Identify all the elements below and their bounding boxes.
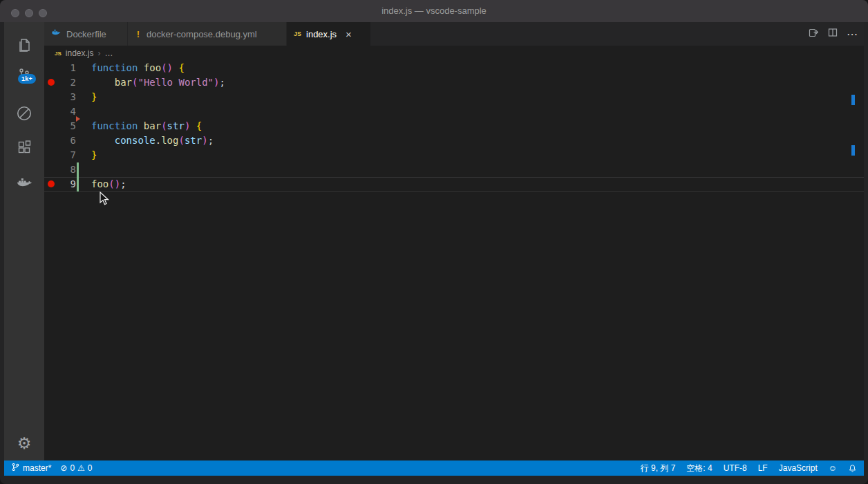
title-bar: index.js — vscode-sample <box>0 0 868 22</box>
code-line[interactable]: 1function foo() { <box>44 61 864 75</box>
code-token: ( <box>178 135 184 146</box>
breakpoint-gutter[interactable] <box>44 90 59 104</box>
warning-count: 0 <box>88 463 93 473</box>
overview-ruler-mark <box>851 95 855 105</box>
code-token <box>91 77 115 88</box>
activity-item-docker[interactable] <box>4 169 44 196</box>
code-token: console <box>115 135 155 146</box>
code-line[interactable]: 7} <box>44 148 864 162</box>
tab-docker-compose-debug-yml[interactable]: ! docker-compose.debug.yml <box>128 22 287 46</box>
code-text: function foo() { <box>91 61 185 75</box>
code-token: function <box>91 62 144 73</box>
code-line[interactable]: 2 bar("Hello World"); <box>44 75 864 90</box>
breakpoint-gutter[interactable] <box>44 104 59 119</box>
activity-bar: 1k+ <box>4 22 44 460</box>
indentation-indicator[interactable]: 空格: 4 <box>686 463 712 474</box>
line-number: 2 <box>59 75 76 90</box>
code-token: { <box>178 62 184 73</box>
line-number: 4 <box>59 104 76 119</box>
git-added-marker <box>77 162 79 177</box>
tab-index-js[interactable]: JS index.js × <box>287 22 371 46</box>
more-actions-button[interactable]: ⋯ <box>847 28 858 41</box>
warning-icon: ⚠ <box>77 464 85 472</box>
git-deleted-marker <box>76 116 80 122</box>
problems-indicator[interactable]: ⊘ 0 ⚠ 0 <box>60 463 92 473</box>
docker-whale-icon <box>15 174 33 191</box>
breakpoint-gutter[interactable] <box>44 162 59 177</box>
overview-ruler-mark <box>851 145 855 156</box>
feedback-smiley-icon[interactable]: ☺ <box>829 464 837 472</box>
language-indicator[interactable]: JavaScript <box>779 463 818 473</box>
git-gutter <box>76 90 91 104</box>
code-text: } <box>91 90 97 104</box>
activity-item-circle-slash[interactable] <box>4 100 44 127</box>
close-tab-icon[interactable]: × <box>346 29 352 39</box>
editor-content: 1function foo() {2 bar("Hello World");3}… <box>44 61 864 192</box>
split-editor-button[interactable] <box>827 27 838 41</box>
branch-indicator[interactable]: master* <box>11 463 51 474</box>
tab-dockerfile[interactable]: Dockerfile <box>44 22 128 46</box>
breakpoint-gutter[interactable] <box>44 148 59 162</box>
code-token: str <box>185 135 202 146</box>
code-line[interactable]: 4 <box>44 104 864 119</box>
breakpoint-dot[interactable] <box>48 180 55 187</box>
breakpoint-gutter[interactable] <box>44 133 59 148</box>
settings-gear-icon: ⚙ <box>17 434 32 453</box>
exclamation-icon: ! <box>135 29 142 39</box>
code-line[interactable]: 6 console.log(str); <box>44 133 864 148</box>
code-token: . <box>155 135 161 146</box>
git-gutter <box>76 75 91 90</box>
breakpoint-gutter[interactable] <box>44 61 59 75</box>
code-token: } <box>91 91 97 102</box>
line-number: 6 <box>59 133 76 148</box>
cursor-position[interactable]: 行 9, 列 7 <box>641 463 676 474</box>
git-gutter <box>76 119 91 133</box>
code-line[interactable]: 5function bar(str) { <box>44 119 864 133</box>
code-text: console.log(str); <box>91 133 214 148</box>
line-number: 3 <box>59 90 76 104</box>
breadcrumb-file[interactable]: index.js <box>66 48 94 58</box>
git-added-marker <box>77 177 79 192</box>
source-control-badge: 1k+ <box>18 74 36 84</box>
tab-label: docker-compose.debug.yml <box>147 29 257 39</box>
encoding-indicator[interactable]: UTF-8 <box>724 463 747 473</box>
code-token <box>190 120 196 131</box>
code-token: str <box>167 120 185 131</box>
activity-item-extensions[interactable] <box>4 133 44 161</box>
notifications-bell-icon[interactable] <box>848 464 857 473</box>
extensions-icon <box>16 139 32 156</box>
breakpoint-gutter[interactable] <box>44 75 59 90</box>
git-gutter <box>76 177 91 192</box>
open-changes-button[interactable] <box>808 27 819 41</box>
breakpoint-gutter[interactable] <box>44 177 59 192</box>
code-token: "Hello World" <box>138 77 214 88</box>
activity-item-explorer[interactable] <box>4 31 44 59</box>
git-gutter <box>76 148 91 162</box>
line-number: 9 <box>59 177 76 192</box>
line-number: 5 <box>59 119 76 133</box>
code-token: ) <box>202 135 207 146</box>
breakpoint-dot[interactable] <box>48 79 55 86</box>
code-token: } <box>91 149 97 160</box>
code-token: bar <box>144 120 161 131</box>
eol-indicator[interactable]: LF <box>758 463 768 473</box>
breadcrumb-symbol[interactable]: … <box>104 48 113 58</box>
tab-label: Dockerfile <box>66 29 106 39</box>
activity-item-settings[interactable]: ⚙ <box>4 429 44 457</box>
code-text: bar("Hello World"); <box>91 75 225 90</box>
breakpoint-gutter[interactable] <box>44 119 59 133</box>
error-icon: ⊘ <box>60 464 67 472</box>
status-bar: master* ⊘ 0 ⚠ 0 行 9, 列 7 空格: 4 UTF-8 LF … <box>4 460 864 476</box>
editor[interactable]: 1function foo() {2 bar("Hello World");3}… <box>44 61 864 460</box>
code-line[interactable]: 8 <box>44 162 864 177</box>
git-gutter <box>76 162 91 177</box>
code-line[interactable]: 3} <box>44 90 864 104</box>
code-text: } <box>91 148 97 162</box>
breadcrumb: JS index.js › … <box>44 46 864 61</box>
circle-slash-icon <box>15 104 33 122</box>
error-count: 0 <box>70 463 75 473</box>
code-token: foo <box>144 62 161 73</box>
code-line[interactable]: 9foo(); <box>44 177 864 192</box>
tab-bar: Dockerfile ! docker-compose.debug.yml JS… <box>44 22 864 46</box>
explorer-files-icon <box>16 37 32 53</box>
